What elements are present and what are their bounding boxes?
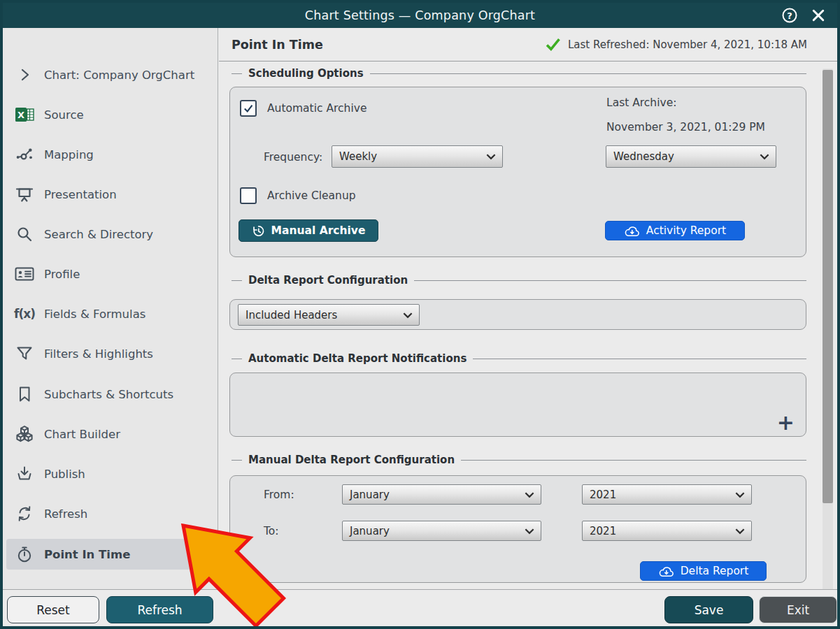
reset-button[interactable]: Reset [7, 596, 99, 623]
footer-bar: Reset Refresh Save Exit [3, 589, 837, 626]
presentation-board-icon [14, 186, 35, 203]
help-icon[interactable]: ? [781, 7, 798, 24]
excel-icon: X [14, 106, 35, 123]
to-label: To: [264, 525, 279, 537]
bookmark-icon [14, 386, 35, 403]
included-headers-select[interactable]: Included Headers [238, 304, 420, 326]
frequency-value: Weekly [339, 150, 377, 163]
included-headers-value: Included Headers [245, 309, 337, 321]
sidebar-item-label: Mapping [44, 148, 94, 161]
chevron-down-icon [735, 528, 745, 534]
sidebar-item-label: Refresh [44, 507, 87, 521]
chart-settings-dialog: Chart Settings — Company OrgChart ? Char… [0, 0, 840, 629]
svg-text:X: X [17, 110, 24, 120]
refresh-button[interactable]: Refresh [106, 596, 213, 623]
archive-cleanup-checkbox[interactable] [240, 187, 257, 204]
sidebar-item-point-in-time[interactable]: Point In Time [6, 539, 212, 570]
delta-report-label: Delta Report [681, 565, 749, 577]
from-label: From: [264, 489, 294, 501]
auto-delta-notifications-legend: Automatic Delta Report Notifications [232, 352, 806, 365]
archive-cleanup-label: Archive Cleanup [267, 189, 356, 202]
archive-day-select[interactable]: Wednesday [606, 145, 776, 168]
settings-sidebar: Chart: Company OrgChart X Source [3, 28, 218, 589]
exit-button[interactable]: Exit [759, 596, 837, 623]
automatic-archive-label: Automatic Archive [267, 102, 366, 115]
sidebar-item-mapping[interactable]: Mapping [6, 139, 212, 170]
manual-archive-label: Manual Archive [271, 224, 366, 237]
close-icon[interactable] [812, 9, 825, 22]
publish-icon [14, 465, 35, 482]
window-title: Chart Settings — Company OrgChart [305, 8, 535, 22]
save-button[interactable]: Save [664, 596, 753, 623]
sidebar-item-label: Chart: Company OrgChart [44, 68, 194, 82]
sidebar-item-presentation[interactable]: Presentation [6, 179, 212, 210]
sidebar-item-label: Fields & Formulas [44, 308, 145, 321]
from-month-value: January [350, 489, 390, 501]
sidebar-item-profile[interactable]: Profile [6, 259, 212, 289]
to-month-select[interactable]: January [342, 521, 541, 541]
sidebar-item-label: Presentation [44, 188, 117, 201]
sidebar-item-source[interactable]: X Source [6, 99, 212, 130]
delta-report-config-legend: Delta Report Configuration [232, 274, 806, 287]
manual-delta-config-legend: Manual Delta Report Configuration [232, 454, 806, 466]
panel-header: Point In Time Last Refreshed: November 4… [219, 28, 837, 62]
sidebar-item-label: Subcharts & Shortcuts [44, 388, 173, 401]
last-refreshed-text: Last Refreshed: November 4, 2021, 10:18 … [568, 38, 807, 51]
sidebar-item-fields-formulas[interactable]: f(x) Fields & Formulas [6, 298, 212, 329]
sidebar-item-label: Publish [44, 468, 85, 481]
sidebar-item-subcharts-shortcuts[interactable]: Subcharts & Shortcuts [6, 379, 212, 410]
sidebar-item-label: Search & Directory [44, 228, 153, 241]
delta-report-config-group: Included Headers [229, 299, 806, 330]
frequency-select[interactable]: Weekly [332, 145, 503, 168]
chevron-down-icon [735, 491, 745, 498]
stopwatch-icon [14, 545, 35, 563]
network-icon [14, 145, 35, 164]
sidebar-item-refresh[interactable]: Refresh [6, 498, 212, 529]
point-in-time-panel: Point In Time Last Refreshed: November 4… [219, 28, 837, 589]
add-notification-button[interactable]: + [777, 412, 795, 433]
last-archive-label: Last Archive: [606, 96, 676, 109]
archive-day-value: Wednesday [613, 150, 674, 163]
activity-report-label: Activity Report [646, 224, 726, 237]
scrollbar-thumb[interactable] [823, 70, 833, 503]
sidebar-item-search-directory[interactable]: Search & Directory [6, 219, 212, 250]
automatic-archive-checkbox[interactable] [240, 100, 257, 117]
to-year-select[interactable]: 2021 [582, 521, 752, 541]
from-year-select[interactable]: 2021 [582, 484, 752, 505]
green-check-icon [546, 38, 561, 51]
refresh-icon [14, 505, 35, 522]
activity-report-button[interactable]: Activity Report [605, 221, 745, 240]
sidebar-item-publish[interactable]: Publish [6, 458, 212, 489]
chevron-down-icon [486, 154, 496, 160]
delta-report-button[interactable]: Delta Report [640, 561, 767, 581]
svg-text:?: ? [787, 10, 792, 21]
chevron-right-icon [14, 67, 35, 82]
funnel-icon [14, 345, 35, 362]
id-card-icon [14, 266, 35, 282]
cloud-download-icon [658, 565, 674, 577]
sidebar-item-label: Chart Builder [44, 428, 120, 441]
scrollbar-track[interactable] [823, 68, 833, 611]
to-month-value: January [350, 525, 390, 537]
panel-title: Point In Time [232, 38, 323, 52]
manual-archive-button[interactable]: Manual Archive [239, 219, 378, 242]
sidebar-item-label: Point In Time [44, 548, 130, 561]
manual-delta-config-group: From: January 2021 To: January 2021 [229, 475, 806, 583]
scheduling-options-group: Automatic Archive Last Archive: November… [229, 87, 806, 257]
search-icon [14, 226, 35, 243]
sidebar-item-label: Filters & Highlights [44, 347, 153, 361]
from-month-select[interactable]: January [342, 484, 541, 505]
title-bar: Chart Settings — Company OrgChart ? [3, 3, 837, 28]
auto-delta-notifications-group: + [229, 373, 806, 437]
chevron-down-icon [525, 528, 534, 534]
frequency-label: Frequency: [264, 151, 322, 164]
cubes-icon [14, 426, 35, 442]
from-year-value: 2021 [590, 489, 616, 501]
to-year-value: 2021 [590, 525, 616, 537]
sidebar-item-filters-highlights[interactable]: Filters & Highlights [6, 338, 212, 369]
sidebar-item-label: Profile [44, 268, 80, 281]
sidebar-item-chart-root[interactable]: Chart: Company OrgChart [6, 59, 212, 90]
chevron-down-icon [525, 491, 534, 498]
history-icon [252, 224, 265, 238]
sidebar-item-chart-builder[interactable]: Chart Builder [6, 419, 212, 449]
